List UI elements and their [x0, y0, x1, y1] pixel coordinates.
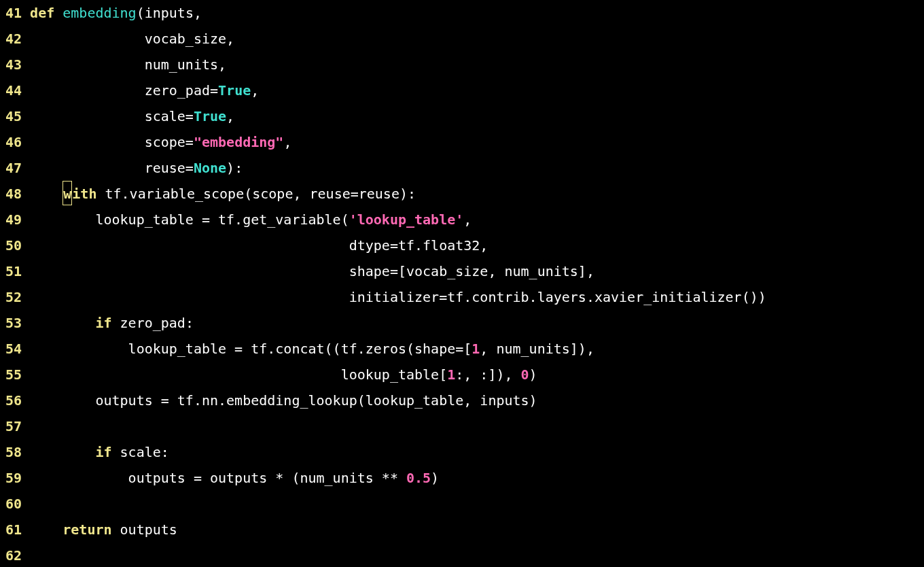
code-line[interactable]: outputs = outputs * (num_units ** 0.5): [30, 465, 924, 491]
code-line[interactable]: [30, 491, 924, 517]
code-line[interactable]: if scale:: [30, 439, 924, 465]
line-number: 45: [5, 103, 22, 129]
code-token: :, :]),: [455, 366, 520, 383]
code-line[interactable]: lookup_table[1:, :]), 0): [30, 362, 924, 388]
code-line[interactable]: def embedding(inputs,: [30, 0, 924, 26]
code-token: dtype=tf.float32,: [30, 237, 488, 254]
code-line[interactable]: [30, 413, 924, 439]
code-token: 1: [472, 341, 480, 357]
code-token: (inputs,: [137, 5, 202, 21]
code-token: ,: [226, 108, 234, 124]
text-cursor: w: [63, 181, 72, 205]
code-token: [30, 315, 95, 331]
code-token: if: [95, 315, 111, 331]
line-number: 48: [5, 181, 22, 207]
line-number: 56: [5, 388, 22, 413]
line-number: 47: [5, 155, 22, 181]
code-line[interactable]: return outputs: [30, 517, 924, 543]
line-number: 49: [5, 207, 22, 233]
code-line[interactable]: with tf.variable_scope(scope, reuse=reus…: [30, 181, 924, 207]
code-token: shape=[vocab_size, num_units],: [30, 263, 594, 279]
code-token: if: [95, 444, 111, 460]
code-token: "embedding": [194, 134, 283, 150]
code-token: scale=: [30, 108, 194, 124]
code-token: ith: [72, 186, 96, 202]
line-number: 58: [5, 439, 22, 465]
code-line[interactable]: reuse=None):: [30, 155, 924, 181]
code-editor[interactable]: 4142434445464748495051525354555657585960…: [0, 0, 924, 567]
code-token: outputs = outputs * (num_units **: [30, 470, 406, 486]
line-number: 53: [5, 310, 22, 336]
code-token: [30, 521, 63, 538]
line-number: 52: [5, 284, 22, 310]
code-line[interactable]: initializer=tf.contrib.layers.xavier_ini…: [30, 284, 924, 310]
code-token: ):: [226, 160, 243, 176]
code-token: scope=: [30, 134, 194, 150]
line-number: 41: [5, 0, 22, 26]
line-number: 43: [5, 52, 22, 78]
code-line[interactable]: lookup_table = tf.get_variable('lookup_t…: [30, 207, 924, 233]
line-number: 57: [5, 413, 22, 439]
line-number: 59: [5, 465, 22, 491]
code-token: vocab_size,: [30, 31, 234, 47]
code-token: tf.variable_scope(scope, reuse=reuse):: [96, 186, 416, 202]
code-token: def: [30, 5, 54, 21]
code-line[interactable]: zero_pad=True,: [30, 78, 924, 103]
line-number: 62: [5, 543, 22, 567]
code-line[interactable]: [30, 543, 924, 567]
code-token: return: [63, 521, 111, 538]
line-number: 50: [5, 233, 22, 258]
line-number: 54: [5, 336, 22, 362]
code-token: ,: [251, 82, 259, 99]
code-token: 1: [447, 366, 455, 383]
code-token: True: [218, 82, 251, 99]
code-line[interactable]: outputs = tf.nn.embedding_lookup(lookup_…: [30, 388, 924, 413]
code-line[interactable]: scope="embedding",: [30, 129, 924, 155]
code-token: ): [431, 470, 439, 486]
code-token: 0.5: [406, 470, 431, 486]
code-token: scale:: [112, 444, 169, 460]
code-token: embedding: [63, 5, 136, 21]
line-number: 51: [5, 258, 22, 284]
line-number: 55: [5, 362, 22, 388]
code-token: reuse=: [30, 160, 194, 176]
code-token: [54, 5, 63, 21]
line-number: 46: [5, 129, 22, 155]
code-token: lookup_table[: [30, 366, 447, 383]
code-line[interactable]: vocab_size,: [30, 26, 924, 52]
line-number: 42: [5, 26, 22, 52]
code-line[interactable]: if zero_pad:: [30, 310, 924, 336]
code-token: 'lookup_table': [349, 211, 464, 228]
line-number-gutter: 4142434445464748495051525354555657585960…: [0, 0, 30, 567]
code-line[interactable]: num_units,: [30, 52, 924, 78]
code-token: None: [194, 160, 226, 176]
code-token: ): [529, 366, 537, 383]
code-token: outputs: [112, 521, 177, 538]
code-token: initializer=tf.contrib.layers.xavier_ini…: [30, 289, 766, 305]
line-number: 61: [5, 517, 22, 543]
code-token: ,: [283, 134, 291, 150]
code-line[interactable]: dtype=tf.float32,: [30, 233, 924, 258]
code-token: , num_units]),: [480, 341, 594, 357]
code-token: [30, 186, 63, 202]
line-number: 44: [5, 78, 22, 103]
code-token: lookup_table = tf.get_variable(: [30, 211, 349, 228]
code-area[interactable]: def embedding(inputs, vocab_size, num_un…: [30, 0, 924, 567]
code-token: True: [194, 108, 226, 124]
code-token: outputs = tf.nn.embedding_lookup(lookup_…: [30, 392, 537, 409]
code-token: num_units,: [30, 56, 226, 73]
code-token: 0: [521, 366, 529, 383]
code-line[interactable]: lookup_table = tf.concat((tf.zeros(shape…: [30, 336, 924, 362]
code-line[interactable]: scale=True,: [30, 103, 924, 129]
code-token: zero_pad:: [112, 315, 194, 331]
code-token: lookup_table = tf.concat((tf.zeros(shape…: [30, 341, 472, 357]
line-number: 60: [5, 491, 22, 517]
code-line[interactable]: shape=[vocab_size, num_units],: [30, 258, 924, 284]
code-token: [30, 444, 95, 460]
code-token: ,: [463, 211, 472, 228]
code-token: zero_pad=: [30, 82, 218, 99]
